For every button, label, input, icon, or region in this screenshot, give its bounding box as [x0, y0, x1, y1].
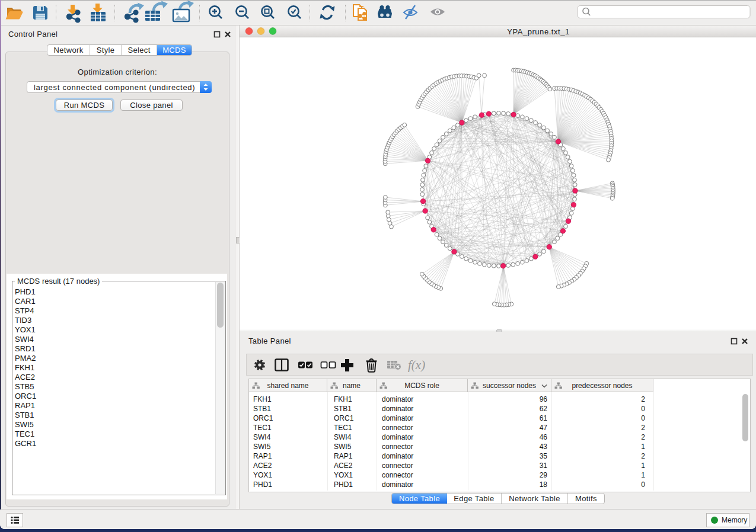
- svg-text:f(x): f(x): [408, 358, 425, 372]
